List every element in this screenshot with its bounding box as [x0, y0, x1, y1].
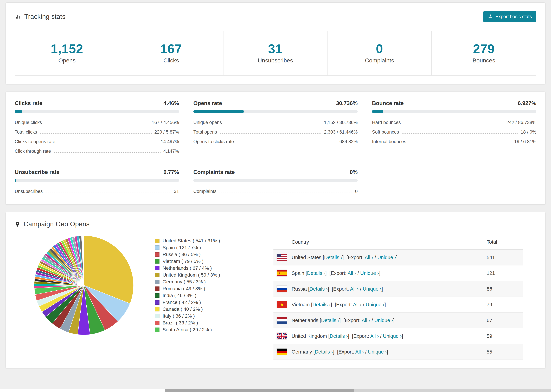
legend-item: United States ( 541 / 31% ) [155, 238, 251, 244]
rate-row-value: 4.147% [163, 149, 179, 154]
rate-row-label: Click through rate [15, 149, 51, 154]
legend-label: South Africa ( 29 / 2% ) [162, 327, 212, 332]
details-link[interactable]: Details › [321, 318, 339, 323]
rate-row-label: Unsubscribes [15, 189, 43, 194]
export-all-link[interactable]: All › [353, 302, 361, 307]
rate-row: Complaints0 [193, 187, 358, 196]
geo-title-text: Campaign Geo Opens [24, 220, 90, 228]
legend-item: France ( 42 / 2% ) [155, 300, 251, 305]
export-unique-link[interactable]: Unique › [383, 333, 402, 339]
country-links: [Details ›] [Export: All › / Unique ›] [307, 286, 383, 292]
rate-row: Hard bounces242 / 86.738% [372, 118, 536, 127]
legend-label: United Kingdom ( 59 / 3% ) [162, 272, 220, 278]
legend-swatch [155, 287, 160, 291]
export-unique-link[interactable]: Unique › [377, 255, 396, 260]
stats-grid: 1,152Opens167Clicks31Unsubscribes0Compla… [15, 31, 536, 76]
legend-swatch [155, 245, 160, 250]
rate-row: Total clicks220 / 5.87% [15, 127, 179, 137]
rate-row-value: 242 / 86.738% [507, 120, 536, 125]
country-total: 79 [487, 302, 523, 308]
rate-row-label: Total opens [193, 129, 217, 135]
legend-item: Brazil ( 33 / 2% ) [155, 320, 251, 326]
dotted-leader [225, 124, 321, 124]
legend-item: Germany ( 55 / 3% ) [155, 279, 251, 285]
rate-percent: 0% [350, 169, 358, 175]
details-link[interactable]: Details › [312, 302, 331, 307]
country-links: [Details ›] [Export: All › / Unique ›] [304, 270, 380, 276]
progress-bar [372, 110, 536, 113]
details-link[interactable]: Details › [330, 333, 348, 339]
dotted-leader [54, 152, 161, 153]
legend-label: France ( 42 / 2% ) [162, 300, 201, 305]
progress-bar [193, 179, 358, 182]
rate-block: Clicks rate4.46%Unique clicks167 / 4.456… [15, 100, 179, 156]
legend-swatch [155, 293, 160, 298]
export-unique-link[interactable]: Unique › [366, 302, 384, 307]
stat-cell-opens: 1,152Opens [15, 31, 119, 75]
dotted-leader [40, 133, 152, 133]
legend-label: Brazil ( 33 / 2% ) [162, 320, 198, 326]
export-unique-link[interactable]: Unique › [374, 318, 393, 323]
horizontal-scrollbar [0, 389, 551, 392]
rate-row-label: Soft bounces [372, 129, 399, 135]
export-unique-link[interactable]: Unique › [368, 349, 387, 355]
country-cell: United States [Details ›] [Export: All ›… [277, 254, 487, 261]
legend-swatch [155, 321, 160, 325]
stat-label: Clicks [123, 57, 220, 64]
rate-row: Clicks to opens rate14.497% [15, 137, 179, 147]
export-basic-stats-button[interactable]: Export basic stats [483, 11, 536, 22]
map-pin-icon [15, 221, 20, 228]
country-cell: Germany [Details ›] [Export: All › / Uni… [277, 349, 487, 355]
rate-block: Bounce rate6.927%Hard bounces242 / 86.73… [372, 100, 536, 156]
details-link[interactable]: Details › [324, 255, 342, 260]
export-all-link[interactable]: All › [355, 349, 364, 355]
dotted-leader [409, 143, 511, 143]
legend-item: India ( 46 / 3% ) [155, 293, 251, 298]
legend-swatch [155, 266, 160, 270]
de-flag-icon [277, 349, 287, 355]
geo-legend: United States ( 541 / 31% )Spain ( 121 /… [155, 235, 251, 334]
country-total: 121 [487, 270, 523, 276]
stat-label: Complaints [331, 57, 428, 64]
legend-item: Netherlands ( 67 / 4% ) [155, 266, 251, 271]
country-name: Germany [292, 349, 312, 355]
scrollbar-thumb[interactable] [165, 389, 354, 392]
table-row: Vietnam [Details ›] [Export: All › / Uni… [273, 297, 523, 313]
details-link[interactable]: Details › [307, 270, 325, 276]
geo-table-header: Country Total [273, 235, 523, 250]
stat-label: Opens [19, 57, 115, 64]
rate-percent: 4.46% [163, 100, 179, 106]
export-unique-link[interactable]: Unique › [360, 270, 379, 276]
details-link[interactable]: Details › [315, 349, 333, 355]
country-name: Russia [292, 286, 307, 292]
geo-table: Country Total United States [Details ›] … [273, 235, 523, 360]
rate-row-label: Complaints [193, 189, 216, 194]
legend-swatch [155, 307, 160, 311]
export-all-link[interactable]: All › [350, 286, 359, 292]
geo-title: Campaign Geo Opens [15, 220, 90, 228]
legend-item: United Kingdom ( 59 / 3% ) [155, 272, 251, 278]
country-links: [Details ›] [Export: All › / Unique ›] [321, 255, 397, 260]
export-all-link[interactable]: All › [365, 255, 373, 260]
progress-bar [15, 179, 179, 182]
progress-bar [193, 110, 358, 113]
export-all-link[interactable]: All › [347, 270, 356, 276]
country-links: [Details ›] [Export: All › / Unique ›] [327, 333, 403, 339]
scrollbar-track[interactable] [354, 389, 551, 392]
country-header: Country [277, 239, 487, 245]
stat-cell-unsubscribes: 31Unsubscribes [224, 31, 328, 75]
country-cell: Russia [Details ›] [Export: All › / Uniq… [277, 286, 487, 292]
rates-grid: Clicks rate4.46%Unique clicks167 / 4.456… [15, 100, 536, 196]
export-all-link[interactable]: All › [361, 318, 370, 323]
legend-label: Germany ( 55 / 3% ) [162, 279, 206, 285]
rate-row-label: Hard bounces [372, 120, 401, 125]
country-total: 67 [487, 318, 523, 323]
export-unique-link[interactable]: Unique › [363, 286, 381, 292]
rate-block: Unsubscribe rate0.77%Unsubscribes31 [15, 169, 179, 196]
es-flag-icon [277, 270, 287, 276]
table-row: Spain [Details ›] [Export: All › / Uniqu… [273, 266, 523, 281]
details-link[interactable]: Details › [310, 286, 328, 292]
export-all-link[interactable]: All › [370, 333, 379, 339]
dotted-leader [219, 193, 352, 193]
legend-swatch [155, 259, 160, 264]
